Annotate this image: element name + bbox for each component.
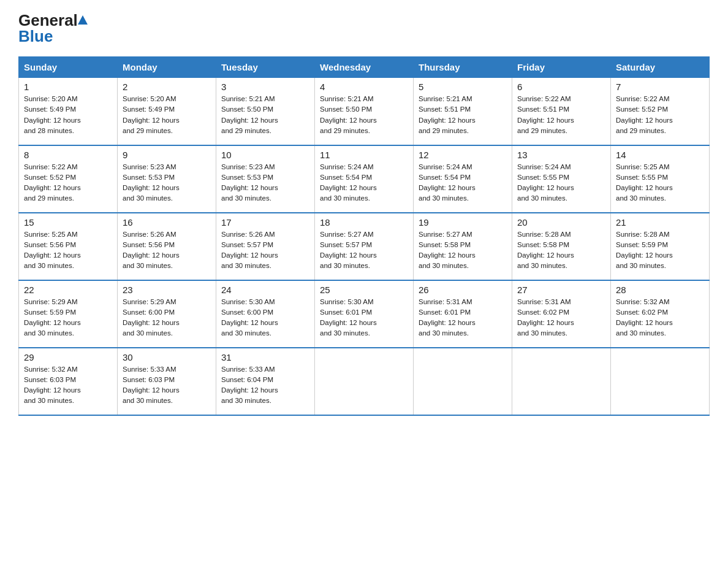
day-number: 23 [123, 285, 211, 295]
day-info: Sunrise: 5:29 AM Sunset: 5:59 PM Dayligh… [24, 297, 112, 339]
day-info: Sunrise: 5:24 AM Sunset: 5:55 PM Dayligh… [517, 162, 605, 204]
day-number: 12 [419, 150, 507, 160]
logo-icon [78, 15, 88, 26]
calendar-week-row: 29 Sunrise: 5:32 AM Sunset: 6:03 PM Dayl… [19, 348, 710, 415]
calendar-cell: 28 Sunrise: 5:32 AM Sunset: 6:02 PM Dayl… [611, 280, 710, 348]
calendar-cell: 9 Sunrise: 5:23 AM Sunset: 5:53 PM Dayli… [118, 145, 216, 213]
daylight-label: Daylight: 12 hoursand 30 minutes. [123, 251, 180, 269]
day-number: 8 [24, 150, 112, 160]
sunset-label: Sunset: 5:54 PM [320, 174, 372, 181]
header-sunday: Sunday [19, 57, 118, 78]
day-number: 29 [24, 352, 112, 362]
day-info: Sunrise: 5:27 AM Sunset: 5:58 PM Dayligh… [419, 229, 507, 272]
sunrise-label: Sunrise: 5:25 AM [616, 163, 670, 170]
calendar-cell: 6 Sunrise: 5:22 AM Sunset: 5:51 PM Dayli… [512, 78, 611, 145]
sunrise-label: Sunrise: 5:29 AM [123, 298, 176, 305]
day-number: 26 [419, 285, 507, 295]
sunrise-label: Sunrise: 5:32 AM [24, 366, 78, 373]
day-info: Sunrise: 5:23 AM Sunset: 5:53 PM Dayligh… [221, 162, 309, 204]
day-number: 1 [24, 82, 112, 92]
day-number: 31 [221, 352, 309, 362]
daylight-label: Daylight: 12 hoursand 30 minutes. [221, 386, 278, 404]
calendar-cell: 1 Sunrise: 5:20 AM Sunset: 5:49 PM Dayli… [19, 78, 118, 145]
calendar-cell: 4 Sunrise: 5:21 AM Sunset: 5:50 PM Dayli… [315, 78, 414, 145]
sunset-label: Sunset: 6:00 PM [221, 308, 273, 316]
calendar-cell: 7 Sunrise: 5:22 AM Sunset: 5:52 PM Dayli… [611, 78, 710, 145]
daylight-label: Daylight: 12 hoursand 30 minutes. [221, 319, 278, 337]
day-number: 22 [24, 285, 112, 295]
sunset-label: Sunset: 5:49 PM [123, 105, 175, 113]
day-info: Sunrise: 5:21 AM Sunset: 5:51 PM Dayligh… [419, 94, 507, 136]
daylight-label: Daylight: 12 hoursand 29 minutes. [517, 117, 574, 134]
sunset-label: Sunset: 5:57 PM [221, 241, 273, 248]
day-info: Sunrise: 5:29 AM Sunset: 6:00 PM Dayligh… [123, 297, 211, 339]
day-info: Sunrise: 5:25 AM Sunset: 5:56 PM Dayligh… [24, 229, 112, 272]
calendar-table: SundayMondayTuesdayWednesdayThursdayFrid… [18, 56, 710, 416]
sunrise-label: Sunrise: 5:21 AM [419, 95, 472, 102]
calendar-cell: 3 Sunrise: 5:21 AM Sunset: 5:50 PM Dayli… [216, 78, 315, 145]
daylight-label: Daylight: 12 hoursand 29 minutes. [320, 117, 377, 134]
calendar-cell: 15 Sunrise: 5:25 AM Sunset: 5:56 PM Dayl… [19, 213, 118, 280]
day-number: 2 [123, 82, 211, 92]
sunrise-label: Sunrise: 5:24 AM [419, 163, 472, 170]
calendar-cell: 21 Sunrise: 5:28 AM Sunset: 5:59 PM Dayl… [611, 213, 710, 280]
sunrise-label: Sunrise: 5:21 AM [320, 95, 374, 102]
sunset-label: Sunset: 5:56 PM [24, 241, 76, 248]
sunrise-label: Sunrise: 5:30 AM [320, 298, 374, 305]
header-tuesday: Tuesday [216, 57, 315, 78]
day-number: 3 [221, 82, 309, 92]
sunrise-label: Sunrise: 5:22 AM [616, 95, 670, 102]
day-info: Sunrise: 5:21 AM Sunset: 5:50 PM Dayligh… [320, 94, 408, 136]
day-info: Sunrise: 5:25 AM Sunset: 5:55 PM Dayligh… [616, 162, 704, 204]
day-number: 17 [221, 217, 309, 228]
sunset-label: Sunset: 6:01 PM [419, 308, 471, 316]
sunset-label: Sunset: 5:59 PM [616, 241, 668, 248]
calendar-cell: 27 Sunrise: 5:31 AM Sunset: 6:02 PM Dayl… [512, 280, 611, 348]
calendar-cell: 10 Sunrise: 5:23 AM Sunset: 5:53 PM Dayl… [216, 145, 315, 213]
day-number: 4 [320, 82, 408, 92]
sunset-label: Sunset: 5:54 PM [419, 174, 471, 181]
sunrise-label: Sunrise: 5:26 AM [123, 231, 176, 238]
daylight-label: Daylight: 12 hoursand 30 minutes. [419, 251, 476, 269]
day-info: Sunrise: 5:33 AM Sunset: 6:03 PM Dayligh… [123, 364, 211, 407]
day-info: Sunrise: 5:28 AM Sunset: 5:58 PM Dayligh… [517, 229, 605, 272]
day-info: Sunrise: 5:28 AM Sunset: 5:59 PM Dayligh… [616, 229, 704, 272]
sunrise-label: Sunrise: 5:23 AM [221, 163, 275, 170]
day-info: Sunrise: 5:23 AM Sunset: 5:53 PM Dayligh… [123, 162, 211, 204]
day-info: Sunrise: 5:33 AM Sunset: 6:04 PM Dayligh… [221, 364, 309, 407]
sunset-label: Sunset: 5:52 PM [616, 105, 668, 113]
calendar-cell: 16 Sunrise: 5:26 AM Sunset: 5:56 PM Dayl… [118, 213, 216, 280]
daylight-label: Daylight: 12 hoursand 30 minutes. [24, 319, 81, 337]
daylight-label: Daylight: 12 hoursand 30 minutes. [221, 251, 278, 269]
daylight-label: Daylight: 12 hoursand 30 minutes. [24, 386, 81, 404]
daylight-label: Daylight: 12 hoursand 30 minutes. [616, 184, 673, 202]
sunset-label: Sunset: 5:51 PM [517, 105, 569, 113]
day-number: 18 [320, 217, 408, 228]
daylight-label: Daylight: 12 hoursand 30 minutes. [419, 319, 476, 337]
daylight-label: Daylight: 12 hoursand 29 minutes. [24, 184, 81, 202]
sunrise-label: Sunrise: 5:31 AM [419, 298, 472, 305]
daylight-label: Daylight: 12 hoursand 30 minutes. [123, 184, 180, 202]
sunset-label: Sunset: 5:52 PM [24, 174, 76, 181]
calendar-week-row: 8 Sunrise: 5:22 AM Sunset: 5:52 PM Dayli… [19, 145, 710, 213]
daylight-label: Daylight: 12 hoursand 30 minutes. [123, 319, 180, 337]
calendar-cell: 22 Sunrise: 5:29 AM Sunset: 5:59 PM Dayl… [19, 280, 118, 348]
sunrise-label: Sunrise: 5:28 AM [517, 231, 571, 238]
day-info: Sunrise: 5:32 AM Sunset: 6:03 PM Dayligh… [24, 364, 112, 407]
calendar-week-row: 22 Sunrise: 5:29 AM Sunset: 5:59 PM Dayl… [19, 280, 710, 348]
sunrise-label: Sunrise: 5:22 AM [24, 163, 78, 170]
sunset-label: Sunset: 5:59 PM [24, 308, 76, 316]
sunrise-label: Sunrise: 5:31 AM [517, 298, 571, 305]
sunset-label: Sunset: 5:51 PM [419, 105, 471, 113]
logo: General Blue [18, 12, 89, 44]
daylight-label: Daylight: 12 hoursand 29 minutes. [616, 117, 673, 134]
calendar-cell [414, 348, 512, 415]
daylight-label: Daylight: 12 hoursand 30 minutes. [221, 184, 278, 202]
sunrise-label: Sunrise: 5:28 AM [616, 231, 670, 238]
calendar-cell: 30 Sunrise: 5:33 AM Sunset: 6:03 PM Dayl… [118, 348, 216, 415]
daylight-label: Daylight: 12 hoursand 30 minutes. [517, 319, 574, 337]
day-info: Sunrise: 5:26 AM Sunset: 5:57 PM Dayligh… [221, 229, 309, 272]
calendar-header-row: SundayMondayTuesdayWednesdayThursdayFrid… [19, 57, 710, 78]
calendar-cell: 11 Sunrise: 5:24 AM Sunset: 5:54 PM Dayl… [315, 145, 414, 213]
sunrise-label: Sunrise: 5:24 AM [320, 163, 374, 170]
